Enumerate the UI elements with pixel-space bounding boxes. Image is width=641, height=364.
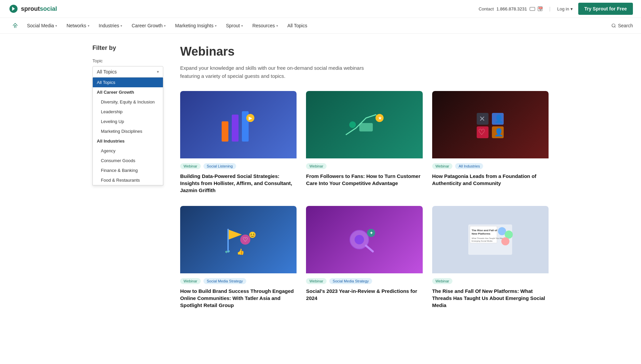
nav-item-all-topics[interactable]: All Topics — [283, 18, 312, 33]
mail-icon[interactable] — [530, 7, 535, 11]
webinar-title[interactable]: Building Data-Powered Social Strategies:… — [180, 173, 297, 194]
webinar-title[interactable]: Social's 2023 Year-in-Review & Predictio… — [306, 287, 422, 302]
chevron-down-icon: ▾ — [276, 24, 278, 28]
webinar-tag[interactable]: Webinar — [432, 163, 453, 169]
svg-text:✦: ✦ — [369, 230, 373, 236]
svg-text:✕: ✕ — [479, 115, 485, 123]
nav-item-networks[interactable]: Networks▾ — [62, 18, 94, 33]
webinar-meta: WebinarFrom Followers to Fans: How to Tu… — [306, 158, 422, 189]
svg-text:New Platforms: New Platforms — [472, 232, 491, 235]
webinar-tag[interactable]: Webinar — [432, 278, 453, 284]
phone-number: 1.866.878.3231 — [497, 6, 527, 11]
webinar-tags: WebinarSocial Media Strategy — [180, 278, 297, 284]
svg-point-0 — [612, 24, 615, 27]
nav-item-sprout[interactable]: Sprout▾ — [221, 18, 248, 33]
webinar-card[interactable]: ▶ WebinarSocial ListeningBuilding Data-P… — [180, 91, 297, 196]
chevron-down-icon: ▾ — [570, 6, 573, 11]
webinar-card[interactable]: ✕ 👤 ♡ 👤 WebinarAll IndustriesHow Patagon… — [432, 91, 549, 196]
webinar-thumbnail: ★ — [306, 91, 422, 158]
dropdown-item[interactable]: Agency — [93, 146, 163, 156]
calendar-icon[interactable]: 📅 — [538, 6, 542, 11]
nav-item-social-media[interactable]: Social Media▾ — [22, 18, 62, 33]
dropdown-item[interactable]: Food & Restaurants — [93, 175, 163, 185]
svg-text:★: ★ — [378, 115, 382, 121]
webinar-meta: WebinarSocial ListeningBuilding Data-Pow… — [180, 158, 297, 196]
dropdown-item[interactable]: Finance & Banking — [93, 165, 163, 175]
webinar-thumbnail: ♡ ↩ 👍 😊 — [180, 206, 297, 273]
svg-rect-9 — [359, 123, 373, 131]
nav-item-career-growth[interactable]: Career Growth▾ — [127, 18, 170, 33]
webinar-card[interactable]: The Rise and Fall of New Platforms What … — [432, 206, 549, 311]
topic-dropdown[interactable]: All TopicsAll Career GrowthDiversity, Eq… — [92, 78, 163, 185]
svg-text:The Rise and Fall of: The Rise and Fall of — [472, 229, 497, 232]
svg-text:What Threads Has Taught You Ab: What Threads Has Taught You About — [472, 237, 505, 239]
dropdown-item[interactable]: All Topics — [93, 78, 163, 87]
webinar-tags: Webinar — [432, 278, 549, 284]
chevron-down-icon: ▾ — [241, 24, 243, 28]
nav-item-industries[interactable]: Industries▾ — [94, 18, 127, 33]
svg-text:😊: 😊 — [249, 231, 256, 239]
dropdown-item[interactable]: Leveling Up — [93, 117, 163, 126]
webinar-title[interactable]: From Followers to Fans: How to Turn Cust… — [306, 173, 422, 187]
divider: | — [549, 6, 551, 11]
webinar-tag[interactable]: Webinar — [306, 278, 327, 284]
webinar-tags: Webinar — [306, 163, 422, 169]
page-layout: Filter by Topic All Topics ▾ All TopicsA… — [84, 34, 557, 322]
webinar-tag[interactable]: Social Listening — [203, 163, 236, 169]
svg-text:♡: ♡ — [243, 236, 248, 243]
webinar-tag[interactable]: Social Media Strategy — [203, 278, 246, 284]
webinar-title[interactable]: The Rise and Fall Of New Platforms: What… — [432, 287, 549, 309]
topic-select-display[interactable]: All Topics ▾ — [92, 66, 163, 78]
webinar-title[interactable]: How to Build Brand Success Through Engag… — [180, 287, 297, 309]
logo[interactable]: sproutsocial — [8, 3, 57, 14]
webinar-meta: WebinarThe Rise and Fall Of New Platform… — [432, 273, 549, 311]
webinar-title[interactable]: How Patagonia Leads from a Foundation of… — [432, 173, 549, 187]
dropdown-item[interactable]: Marketing Disciplines — [93, 126, 163, 136]
main-content: Webinars Expand your knowledge and skill… — [180, 44, 549, 311]
webinar-card[interactable]: ★ WebinarFrom Followers to Fans: How to … — [306, 91, 422, 196]
sidebar: Filter by Topic All Topics ▾ All TopicsA… — [92, 44, 167, 311]
chevron-down-icon: ▾ — [157, 69, 159, 74]
chevron-down-icon: ▾ — [120, 24, 122, 28]
top-bar: sproutsocial Contact 1.866.878.3231 📅 | … — [0, 0, 641, 18]
webinar-card[interactable]: ✦ WebinarSocial Media StrategySocial's 2… — [306, 206, 422, 311]
nav-item-marketing-insights[interactable]: Marketing Insights▾ — [170, 18, 221, 33]
webinar-tag[interactable]: All Industries — [455, 163, 483, 169]
webinar-tag[interactable]: Webinar — [306, 163, 327, 169]
topic-select-wrapper: All Topics ▾ All TopicsAll Career Growth… — [92, 66, 163, 78]
dropdown-item[interactable]: Gaming & Esports — [93, 185, 163, 185]
webinar-tag[interactable]: Webinar — [180, 163, 201, 169]
dropdown-item[interactable]: Consumer Goods — [93, 156, 163, 165]
svg-point-8 — [349, 121, 356, 128]
webinar-card[interactable]: ♡ ↩ 👍 😊 WebinarSocial Media StrategyHow … — [180, 206, 297, 311]
webinar-tag[interactable]: Social Media Strategy — [329, 278, 372, 284]
search-nav[interactable]: Search — [611, 18, 633, 33]
chevron-down-icon: ▾ — [215, 24, 217, 28]
webinar-tags: WebinarAll Industries — [432, 163, 549, 169]
login-button[interactable]: Log in ▾ — [557, 6, 573, 11]
webinar-tag[interactable]: Webinar — [180, 278, 201, 284]
nav-home[interactable] — [8, 18, 22, 33]
try-sprout-button[interactable]: Try Sprout for Free — [578, 3, 633, 15]
webinar-grid: ▶ WebinarSocial ListeningBuilding Data-P… — [180, 91, 549, 311]
webinar-thumbnail: The Rise and Fall of New Platforms What … — [432, 206, 549, 273]
contact-info: Contact 1.866.878.3231 📅 — [479, 6, 542, 11]
svg-text:♡: ♡ — [478, 127, 485, 136]
svg-point-28 — [355, 235, 364, 244]
chevron-down-icon: ▾ — [164, 24, 166, 28]
dropdown-item[interactable]: Leadership — [93, 107, 163, 117]
chevron-down-icon: ▾ — [88, 24, 89, 28]
dropdown-item[interactable]: All Industries — [93, 136, 163, 146]
dropdown-item[interactable]: All Career Growth — [93, 87, 163, 97]
webinar-meta: WebinarSocial Media StrategyHow to Build… — [180, 273, 297, 311]
svg-marker-20 — [228, 230, 242, 240]
svg-text:👍: 👍 — [237, 248, 245, 255]
webinar-thumbnail: ▶ — [180, 91, 297, 158]
svg-text:Emerging Social Media: Emerging Social Media — [472, 240, 493, 242]
dropdown-item[interactable]: Diversity, Equity & Inclusion — [93, 97, 163, 107]
nav-item-resources[interactable]: Resources▾ — [248, 18, 283, 33]
topic-label: Topic — [92, 58, 167, 63]
webinar-meta: WebinarSocial Media StrategySocial's 202… — [306, 273, 422, 304]
page-description: Expand your knowledge and skills with ou… — [180, 64, 383, 80]
svg-text:▶: ▶ — [249, 115, 252, 121]
